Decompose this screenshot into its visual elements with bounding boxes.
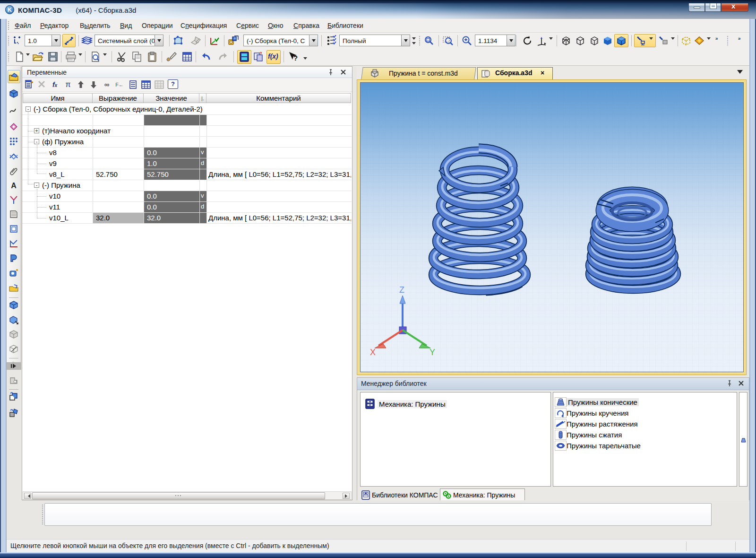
- svg-text:?: ?: [293, 54, 298, 62]
- svg-text:?: ?: [259, 51, 262, 56]
- svg-text:X: X: [370, 348, 376, 357]
- svg-text:Y: Y: [430, 348, 435, 357]
- svg-text:Z: Z: [399, 285, 404, 295]
